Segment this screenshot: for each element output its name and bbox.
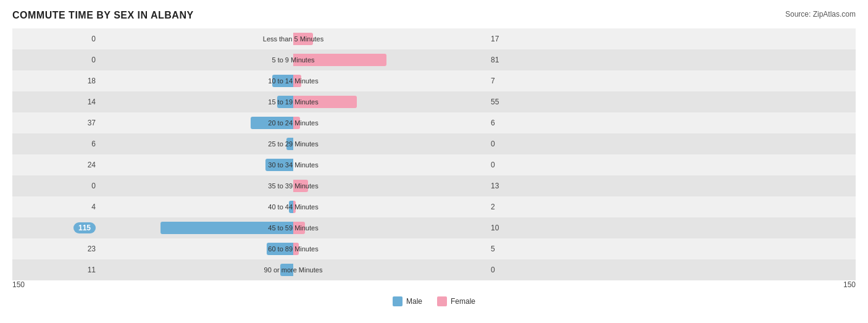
bar-container: 30 to 34 Minutes (102, 154, 485, 175)
table-row: 0Less than 5 Minutes17 (12, 28, 856, 49)
table-row: 11545 to 59 Minutes10 (12, 217, 856, 238)
table-row: 1190 or more Minutes0 (12, 259, 856, 280)
table-row: 2360 to 89 Minutes5 (12, 238, 856, 259)
legend-female: Female (437, 296, 475, 306)
bar-label: 25 to 29 Minutes (268, 141, 318, 148)
left-value: 4 (12, 203, 102, 211)
right-value: 7 (485, 77, 856, 85)
table-row: 440 to 44 Minutes2 (12, 196, 856, 217)
bar-label: 30 to 34 Minutes (268, 162, 318, 169)
left-value: 14 (12, 98, 102, 106)
bar-label: 60 to 89 Minutes (268, 246, 318, 253)
legend-female-label: Female (451, 297, 475, 306)
source-label: Source: ZipAtlas.com (785, 10, 856, 19)
male-color-box (393, 296, 403, 306)
table-row: 1415 to 19 Minutes55 (12, 91, 856, 112)
right-value: 0 (485, 161, 856, 169)
bar-label: 5 to 9 Minutes (272, 57, 314, 64)
bar-container: 45 to 59 Minutes (102, 217, 485, 238)
bar-label: Less than 5 Minutes (263, 36, 323, 43)
right-value: 0 (485, 140, 856, 148)
bar-label: 40 to 44 Minutes (268, 204, 318, 211)
table-row: 3720 to 24 Minutes6 (12, 112, 856, 133)
bar-container: 20 to 24 Minutes (102, 112, 485, 133)
bar-label: 20 to 24 Minutes (268, 120, 318, 127)
table-row: 035 to 39 Minutes13 (12, 175, 856, 196)
bar-container: 90 or more Minutes (102, 259, 485, 280)
bar-label: 10 to 14 Minutes (268, 78, 318, 85)
chart-title: COMMUTE TIME BY SEX IN ALBANY (12, 10, 194, 21)
right-value: 55 (485, 98, 856, 106)
left-value: 0 (12, 182, 102, 190)
left-value: 11 (12, 266, 102, 274)
bar-label: 45 to 59 Minutes (268, 225, 318, 232)
right-value: 2 (485, 203, 856, 211)
legend-male: Male (393, 296, 422, 306)
legend: Male Female (12, 296, 856, 306)
highlight-badge: 115 (73, 222, 96, 233)
bar-container: 60 to 89 Minutes (102, 238, 485, 259)
right-value: 81 (485, 56, 856, 64)
right-value: 17 (485, 35, 856, 43)
right-value: 0 (485, 266, 856, 274)
left-value: 37 (12, 119, 102, 127)
bar-label: 35 to 39 Minutes (268, 183, 318, 190)
bar-container: 15 to 19 Minutes (102, 91, 485, 112)
left-value: 18 (12, 77, 102, 85)
table-row: 2430 to 34 Minutes0 (12, 154, 856, 175)
bar-container: 25 to 29 Minutes (102, 133, 485, 154)
axis-right-label: 150 (843, 280, 856, 289)
right-value: 5 (485, 245, 856, 253)
left-value: 6 (12, 140, 102, 148)
table-row: 05 to 9 Minutes81 (12, 49, 856, 70)
right-value: 13 (485, 182, 856, 190)
axis-left-label: 150 (12, 280, 102, 289)
table-row: 625 to 29 Minutes0 (12, 133, 856, 154)
left-value: 0 (12, 35, 102, 43)
table-row: 1810 to 14 Minutes7 (12, 70, 856, 91)
bar-container: Less than 5 Minutes (102, 28, 485, 49)
bar-label: 90 or more Minutes (264, 267, 323, 274)
bar-container: 40 to 44 Minutes (102, 196, 485, 217)
right-value: 6 (485, 119, 856, 127)
bar-container: 10 to 14 Minutes (102, 70, 485, 91)
left-value: 24 (12, 161, 102, 169)
left-value: 0 (12, 56, 102, 64)
bar-container: 35 to 39 Minutes (102, 175, 485, 196)
chart-wrapper: 0Less than 5 Minutes1705 to 9 Minutes811… (12, 28, 856, 280)
right-value: 10 (485, 224, 856, 232)
female-color-box (437, 296, 447, 306)
legend-male-label: Male (406, 297, 422, 306)
left-value-highlight: 115 (12, 222, 102, 233)
bar-label: 15 to 19 Minutes (268, 99, 318, 106)
left-value: 23 (12, 245, 102, 253)
bar-container: 5 to 9 Minutes (102, 49, 485, 70)
